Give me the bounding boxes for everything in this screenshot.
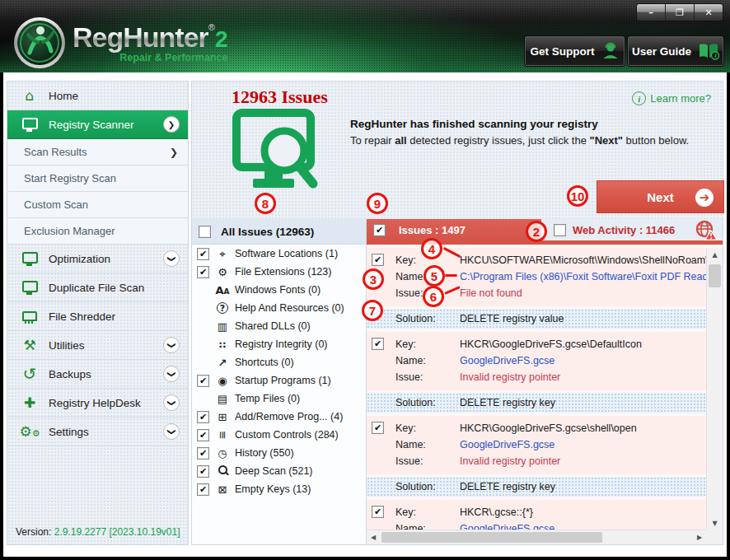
minimize-button[interactable]: – bbox=[637, 4, 665, 21]
get-support-button[interactable]: Get Support bbox=[525, 36, 625, 66]
sidebar-item-file-shredder[interactable]: File Shredder bbox=[7, 302, 188, 331]
sidebar-item-registry-helpdesk[interactable]: ✚ Registry HelpDesk ❯ bbox=[7, 389, 188, 418]
sidebar-item-scan-results[interactable]: Scan Results ❯ bbox=[7, 139, 188, 166]
registry-name-link[interactable]: GoogleDriveFS.gcse bbox=[460, 355, 706, 366]
info-icon: i bbox=[632, 91, 646, 105]
category-shortcuts[interactable]: ↗ Shortcuts (0) bbox=[192, 353, 366, 371]
category-startup-programs[interactable]: ✔ ◉ Startup Programs (1) bbox=[192, 371, 366, 390]
issues-list: ✔ Key:HKCU\SOFTWARE\Microsoft\Windows\Sh… bbox=[367, 248, 706, 530]
user-guide-button[interactable]: User Guide i bbox=[628, 36, 723, 66]
sidebar-item-custom-scan[interactable]: Custom Scan bbox=[7, 192, 188, 218]
scroll-up-icon[interactable]: ▲ bbox=[707, 248, 723, 261]
all-issues-checkbox[interactable]: ✔ bbox=[199, 226, 211, 238]
file-gear-icon: ⚙ bbox=[215, 267, 230, 278]
category-checkbox[interactable]: ✔ bbox=[197, 465, 209, 478]
add-remove-programs-icon: ⊞ bbox=[215, 412, 230, 422]
category-checkbox[interactable]: ✔ bbox=[197, 375, 209, 387]
user-guide-book-icon: i bbox=[698, 42, 719, 60]
category-add-remove-programs[interactable]: ✔ ⊞ Add/Remove Prog... (4) bbox=[192, 408, 366, 426]
registry-name-link[interactable]: C:\Program Files (x86)\Foxit Software\Fo… bbox=[460, 271, 706, 282]
issue-checkbox[interactable]: ✔ bbox=[372, 338, 384, 350]
category-checkbox[interactable]: ✔ bbox=[197, 266, 209, 278]
category-software-locations[interactable]: ✔ ⌖ Software Locations (1) bbox=[192, 245, 366, 263]
issue-entry[interactable]: ✔ Key:HKCR\GoogleDriveFS.gcse\DefaultIco… bbox=[367, 332, 706, 390]
results-divider-strip bbox=[367, 240, 723, 245]
sidebar-item-settings[interactable]: ⚙⚙ Settings ❯ bbox=[7, 418, 188, 446]
category-checkbox[interactable]: ✔ bbox=[197, 411, 209, 423]
category-help-and-resources[interactable]: ? Help And Resources (0) bbox=[192, 299, 366, 317]
scroll-right-icon[interactable]: ▶ bbox=[693, 530, 706, 544]
category-checkbox[interactable]: ✔ bbox=[197, 429, 209, 441]
sliders-icon: ≡ bbox=[215, 430, 230, 441]
category-checkbox[interactable]: ✔ bbox=[197, 483, 209, 496]
horizontal-scroll-thumb[interactable] bbox=[381, 532, 602, 543]
tab-issues[interactable]: ✔ Issues : 1497 bbox=[367, 219, 541, 240]
category-history[interactable]: ✔ ◷ History (550) bbox=[192, 444, 366, 462]
scan-finished-headline: RegHunter has finished scanning your reg… bbox=[350, 118, 598, 130]
issue-checkbox[interactable]: ✔ bbox=[372, 422, 384, 434]
category-windows-fonts[interactable]: AA Windows Fonts (0) bbox=[192, 281, 366, 299]
chevron-down-icon[interactable]: ❯ bbox=[163, 337, 180, 353]
sidebar-item-label: File Shredder bbox=[49, 310, 115, 323]
issue-checkbox[interactable]: ✔ bbox=[372, 506, 384, 518]
category-checkbox[interactable]: ✔ bbox=[197, 248, 209, 260]
horizontal-scrollbar[interactable]: ◀ ▶ bbox=[367, 530, 706, 544]
registry-name-link[interactable]: GoogleDriveFS.gcse bbox=[460, 439, 706, 450]
sidebar-item-label: Registry Scanner bbox=[49, 119, 134, 131]
category-empty-keys[interactable]: ✔ ⊠ Empty Keys (13) bbox=[192, 480, 366, 498]
maximize-button[interactable]: ❐ bbox=[665, 4, 694, 21]
app-logo: RegHunter®2 Repair & Performance bbox=[13, 16, 227, 69]
sidebar-item-backups[interactable]: ↺ Backups ❯ bbox=[7, 360, 188, 389]
sidebar-item-optimization[interactable]: Optimization ❯ bbox=[7, 245, 188, 273]
version-value: 2.9.19.2277 [2023.10.19v01] bbox=[54, 526, 180, 538]
issue-entry[interactable]: ✔ Key:HKCR\.gcse::{*} Name:GoogleDriveFS… bbox=[367, 500, 706, 530]
tools-icon: ⚒ bbox=[17, 338, 42, 352]
sidebar-item-start-registry-scan[interactable]: Start Registry Scan bbox=[7, 166, 188, 192]
sidebar-item-home[interactable]: ⌂ Home bbox=[7, 82, 188, 110]
scrollbar-corner bbox=[706, 530, 723, 544]
category-file-extensions[interactable]: ✔ ⚙ File Extensions (123) bbox=[192, 263, 366, 281]
vertical-scroll-thumb[interactable] bbox=[709, 264, 721, 287]
sidebar-item-utilities[interactable]: ⚒ Utilities ❯ bbox=[7, 331, 188, 360]
issue-checkbox[interactable]: ✔ bbox=[372, 254, 384, 266]
scroll-down-icon[interactable]: ▼ bbox=[707, 516, 723, 530]
scroll-left-icon[interactable]: ◀ bbox=[367, 530, 380, 544]
app-header: RegHunter®2 Repair & Performance – ❐ ✕ G… bbox=[0, 0, 730, 72]
issues-tab-checkbox[interactable]: ✔ bbox=[373, 224, 386, 236]
chevron-down-icon[interactable]: ❯ bbox=[163, 250, 180, 267]
category-shared-dlls[interactable]: ▥ Shared DLLs (0) bbox=[192, 317, 366, 335]
sidebar-item-exclusion-manager[interactable]: Exclusion Manager bbox=[7, 218, 188, 245]
sidebar-item-label: Utilities bbox=[49, 339, 85, 352]
chevron-down-icon[interactable]: ❯ bbox=[163, 423, 180, 440]
results-tabbar: ✔ Issues : 1497 ✔ Web Activity : 11466 ! bbox=[367, 219, 723, 240]
registered-mark: ® bbox=[208, 22, 215, 32]
category-temp-files[interactable]: ▤ Temp Files (0) bbox=[192, 390, 366, 408]
issue-entry[interactable]: ✔ Key:HKCU\SOFTWARE\Microsoft\Windows\Sh… bbox=[367, 248, 706, 306]
shortcut-arrow-icon: ↗ bbox=[215, 357, 230, 368]
sidebar-item-registry-scanner[interactable]: Registry Scanner ❯ bbox=[7, 110, 188, 139]
sidebar-item-duplicate-file-scan[interactable]: Duplicate File Scan bbox=[7, 273, 188, 302]
chevron-down-icon[interactable]: ❯ bbox=[163, 394, 180, 411]
registry-name-link[interactable]: GoogleDriveFS.gcse bbox=[460, 523, 706, 530]
issue-entry[interactable]: ✔ Key:HKCR\GoogleDriveFS.gcse\shell\open… bbox=[367, 416, 706, 474]
solution-value: DELETE registry key bbox=[460, 397, 706, 408]
user-guide-label: User Guide bbox=[632, 45, 691, 58]
sidebar-item-label: Custom Scan bbox=[24, 198, 88, 211]
vertical-scrollbar[interactable]: ▲ ▼ bbox=[706, 248, 723, 530]
solution-row: Solution:DELETE registry key bbox=[367, 477, 706, 497]
web-activity-checkbox[interactable]: ✔ bbox=[554, 224, 566, 236]
sidebar-item-label: Backups bbox=[49, 368, 91, 380]
learn-more-link[interactable]: i Learn more? bbox=[632, 91, 711, 105]
category-custom-controls[interactable]: ✔ ≡ Custom Controls (284) bbox=[192, 426, 366, 444]
category-registry-integrity[interactable]: ⠶ Registry Integrity (0) bbox=[192, 335, 366, 353]
all-issues-label: All Issues (12963) bbox=[221, 226, 314, 238]
learn-more-label: Learn more? bbox=[650, 92, 711, 105]
solution-value: DELETE registry key bbox=[460, 481, 706, 492]
chevron-down-icon[interactable]: ❯ bbox=[163, 366, 180, 382]
category-deep-scan[interactable]: ✔ Deep Scan (521) bbox=[192, 462, 366, 480]
close-button[interactable]: ✕ bbox=[694, 4, 723, 21]
category-checkbox[interactable]: ✔ bbox=[197, 447, 209, 460]
next-button-label: Next bbox=[647, 190, 674, 204]
all-issues-header[interactable]: ✔ All Issues (12963) bbox=[192, 219, 366, 245]
next-button[interactable]: Next ➔ bbox=[597, 180, 724, 213]
